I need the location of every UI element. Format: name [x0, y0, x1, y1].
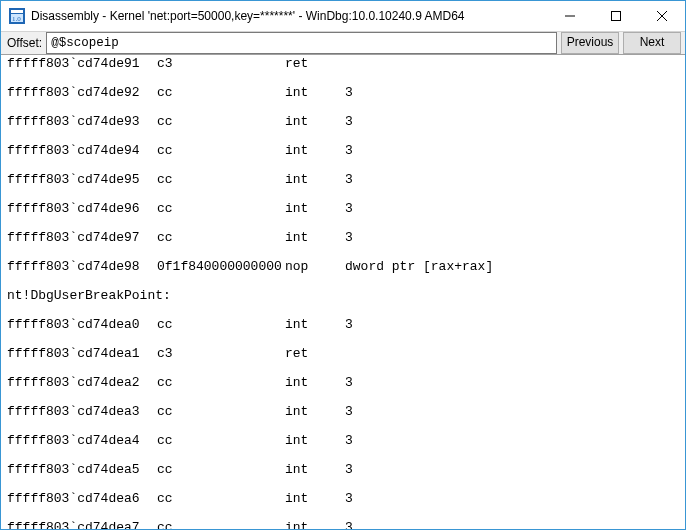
operands: 3 — [345, 405, 353, 420]
address: fffff803`cd74dea6 — [7, 492, 157, 507]
address: fffff803`cd74de93 — [7, 115, 157, 130]
mnemonic: int — [285, 492, 345, 507]
operands: dword ptr [rax+rax] — [345, 260, 493, 275]
disasm-line[interactable]: fffff803`cd74dea3ccint3 — [7, 405, 685, 420]
operands: 3 — [345, 463, 353, 478]
address: fffff803`cd74dea1 — [7, 347, 157, 362]
opcode-bytes: cc — [157, 521, 285, 529]
opcode-bytes: cc — [157, 173, 285, 188]
mnemonic: int — [285, 463, 345, 478]
svg-rect-1 — [11, 10, 23, 13]
address: fffff803`cd74dea5 — [7, 463, 157, 478]
mnemonic: int — [285, 521, 345, 529]
opcode-bytes: cc — [157, 376, 285, 391]
mnemonic: int — [285, 86, 345, 101]
disasm-line[interactable]: fffff803`cd74dea6ccint3 — [7, 492, 685, 507]
operands: 3 — [345, 376, 353, 391]
address: fffff803`cd74dea3 — [7, 405, 157, 420]
address: fffff803`cd74de95 — [7, 173, 157, 188]
mnemonic: nop — [285, 260, 345, 275]
opcode-bytes: c3 — [157, 57, 285, 72]
operands: 3 — [345, 173, 353, 188]
opcode-bytes: cc — [157, 115, 285, 130]
mnemonic: int — [285, 376, 345, 391]
disasm-line[interactable]: fffff803`cd74de97ccint3 — [7, 231, 685, 246]
operands: 3 — [345, 492, 353, 507]
operands: 3 — [345, 434, 353, 449]
mnemonic: ret — [285, 57, 345, 72]
address: fffff803`cd74de91 — [7, 57, 157, 72]
symbol-label: nt!DbgUserBreakPoint: — [7, 289, 171, 304]
mnemonic: int — [285, 318, 345, 333]
address: fffff803`cd74de98 — [7, 260, 157, 275]
mnemonic: int — [285, 231, 345, 246]
opcode-bytes: 0f1f840000000000 — [157, 260, 285, 275]
opcode-bytes: c3 — [157, 347, 285, 362]
symbol-line[interactable]: nt!DbgUserBreakPoint: — [7, 289, 685, 304]
address: fffff803`cd74dea2 — [7, 376, 157, 391]
mnemonic: ret — [285, 347, 345, 362]
mnemonic: int — [285, 115, 345, 130]
disasm-line[interactable]: fffff803`cd74de94ccint3 — [7, 144, 685, 159]
next-button[interactable]: Next — [623, 32, 681, 54]
opcode-bytes: cc — [157, 231, 285, 246]
offset-input[interactable] — [46, 32, 557, 54]
operands: 3 — [345, 318, 353, 333]
disasm-line[interactable]: fffff803`cd74dea0ccint3 — [7, 318, 685, 333]
address: fffff803`cd74de94 — [7, 144, 157, 159]
titlebar[interactable]: 1.0 Disassembly - Kernel 'net:port=50000… — [1, 1, 685, 32]
disasm-line[interactable]: fffff803`cd74de980f1f840000000000nopdwor… — [7, 260, 685, 275]
operands: 3 — [345, 144, 353, 159]
opcode-bytes: cc — [157, 318, 285, 333]
operands: 3 — [345, 202, 353, 217]
svg-rect-5 — [612, 12, 621, 21]
disasm-line[interactable]: fffff803`cd74dea4ccint3 — [7, 434, 685, 449]
maximize-button[interactable] — [593, 1, 639, 31]
opcode-bytes: cc — [157, 144, 285, 159]
disasm-line[interactable]: fffff803`cd74de91c3ret — [7, 57, 685, 72]
opcode-bytes: cc — [157, 202, 285, 217]
address: fffff803`cd74dea0 — [7, 318, 157, 333]
app-icon: 1.0 — [9, 8, 25, 24]
previous-button[interactable]: Previous — [561, 32, 619, 54]
opcode-bytes: cc — [157, 492, 285, 507]
operands: 3 — [345, 115, 353, 130]
opcode-bytes: cc — [157, 405, 285, 420]
operands: 3 — [345, 86, 353, 101]
opcode-bytes: cc — [157, 86, 285, 101]
svg-text:1.0: 1.0 — [12, 15, 21, 23]
address: fffff803`cd74de97 — [7, 231, 157, 246]
opcode-bytes: cc — [157, 434, 285, 449]
disasm-line[interactable]: fffff803`cd74dea1c3ret — [7, 347, 685, 362]
mnemonic: int — [285, 405, 345, 420]
disassembly-window: 1.0 Disassembly - Kernel 'net:port=50000… — [0, 0, 686, 530]
minimize-button[interactable] — [547, 1, 593, 31]
disasm-line[interactable]: fffff803`cd74dea7ccint3 — [7, 521, 685, 529]
disasm-line[interactable]: fffff803`cd74dea2ccint3 — [7, 376, 685, 391]
address: fffff803`cd74de96 — [7, 202, 157, 217]
address: fffff803`cd74dea7 — [7, 521, 157, 529]
offset-toolbar: Offset: Previous Next — [1, 32, 685, 55]
mnemonic: int — [285, 202, 345, 217]
mnemonic: int — [285, 434, 345, 449]
address: fffff803`cd74de92 — [7, 86, 157, 101]
mnemonic: int — [285, 144, 345, 159]
address: fffff803`cd74dea4 — [7, 434, 157, 449]
disasm-line[interactable]: fffff803`cd74de95ccint3 — [7, 173, 685, 188]
window-title: Disassembly - Kernel 'net:port=50000,key… — [31, 9, 547, 23]
disasm-line[interactable]: fffff803`cd74de92ccint3 — [7, 86, 685, 101]
opcode-bytes: cc — [157, 463, 285, 478]
titlebar-buttons — [547, 1, 685, 31]
offset-label: Offset: — [1, 36, 46, 50]
disasm-line[interactable]: fffff803`cd74de96ccint3 — [7, 202, 685, 217]
close-button[interactable] — [639, 1, 685, 31]
disasm-line[interactable]: fffff803`cd74de93ccint3 — [7, 115, 685, 130]
disassembly-view[interactable]: fffff803`cd74de91c3ret fffff803`cd74de92… — [1, 55, 685, 529]
mnemonic: int — [285, 173, 345, 188]
disasm-line[interactable]: fffff803`cd74dea5ccint3 — [7, 463, 685, 478]
operands: 3 — [345, 521, 353, 529]
operands: 3 — [345, 231, 353, 246]
